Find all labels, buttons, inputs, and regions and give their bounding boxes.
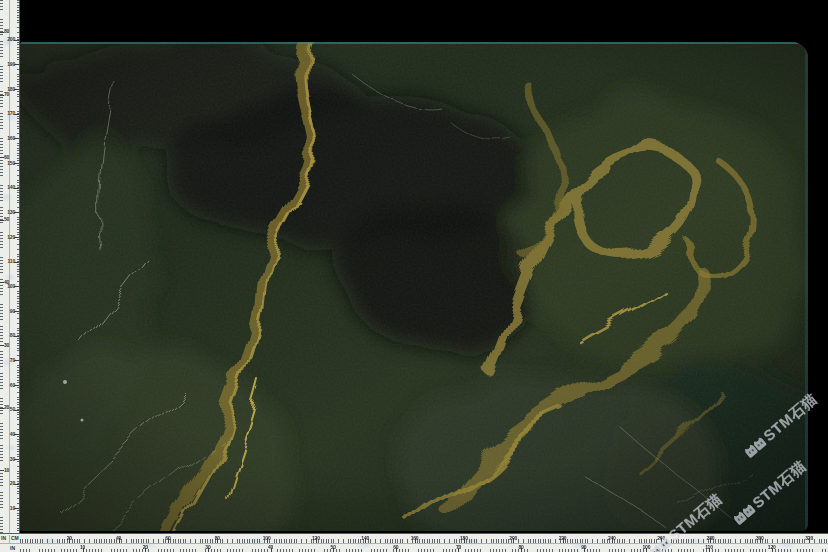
- vertical-ruler-cm-major-tick: [14, 410, 19, 411]
- vertical-ruler-cm-major-tick: [14, 188, 19, 189]
- slab-viewer: 2001901801701601501401301201101009080706…: [0, 0, 828, 552]
- horizontal-ruler-cm-major-tick: [365, 538, 366, 543]
- vertical-ruler-in-major-tick: [0, 282, 4, 283]
- horizontal-ruler-cm-major-tick: [69, 538, 70, 543]
- horizontal-ruler-cm-major-tick: [710, 538, 711, 543]
- vertical-ruler-cm-major-tick: [14, 212, 19, 213]
- vertical-ruler-in-major-tick: [0, 157, 4, 158]
- horizontal-ruler-in-major-tick: [271, 548, 272, 552]
- horizontal-ruler-in-major-tick: [458, 548, 459, 552]
- ruler-corner-units: IN CM: [0, 535, 20, 543]
- horizontal-ruler-in-major-tick: [83, 548, 84, 552]
- vertical-ruler-in-label: 60: [4, 155, 9, 160]
- slab-photo: [20, 42, 808, 531]
- horizontal-ruler-cm-major-tick: [563, 538, 564, 543]
- vertical-ruler-in-label: 70: [4, 92, 9, 97]
- horizontal-ruler-in-major-tick: [709, 548, 710, 552]
- horizontal-ruler-in-major-tick: [772, 548, 773, 552]
- vertical-ruler-cm-major-tick: [14, 64, 19, 65]
- vertical-ruler: 2001901801701601501401301201101009080706…: [0, 0, 20, 533]
- vertical-ruler-cm-major-tick: [14, 484, 19, 485]
- vertical-ruler-cm-major-tick: [14, 40, 19, 41]
- ruler-corner-in: IN: [10, 544, 15, 552]
- slab-texture: [20, 42, 808, 531]
- vertical-ruler-in-label: 80: [4, 29, 9, 34]
- horizontal-ruler-cm-major-tick: [217, 538, 218, 543]
- vertical-ruler-cm-major-tick: [14, 434, 19, 435]
- horizontal-ruler-cm-major-tick: [316, 538, 317, 543]
- vertical-ruler-cm-major-tick: [14, 89, 19, 90]
- horizontal-ruler-in-major-tick: [333, 548, 334, 552]
- horizontal-ruler-cm-major-tick: [267, 538, 268, 543]
- vertical-ruler-in-label: 40: [4, 280, 9, 285]
- vertical-ruler-cm-major-tick: [14, 163, 19, 164]
- vertical-ruler-in-major-tick: [0, 32, 4, 33]
- vertical-ruler-in-major-tick: [0, 408, 4, 409]
- horizontal-ruler-in-major-tick: [521, 548, 522, 552]
- vertical-ruler-in-major-tick: [0, 95, 4, 96]
- vertical-ruler-cm-major-tick: [14, 286, 19, 287]
- corner-divider: [9, 535, 10, 543]
- vertical-ruler-cm-major-tick: [14, 508, 19, 509]
- vertical-ruler-cm-major-tick: [14, 385, 19, 386]
- vertical-ruler-cm-major-tick: [14, 459, 19, 460]
- vertical-ruler-in-label: 50: [4, 217, 9, 222]
- horizontal-ruler-cm-major-tick: [760, 538, 761, 543]
- corner-unit-in: IN: [1, 535, 6, 542]
- vertical-ruler-inch-ticks: [0, 0, 3, 533]
- horizontal-ruler-in-major-tick: [208, 548, 209, 552]
- horizontal-ruler-cm-major-tick: [119, 538, 120, 543]
- horizontal-ruler-cm-major-tick: [464, 538, 465, 543]
- vertical-ruler-in-label: 10: [4, 468, 9, 473]
- vertical-ruler-cm-major-tick: [14, 311, 19, 312]
- vertical-ruler-in-major-tick: [0, 220, 4, 221]
- horizontal-ruler-cm-major-tick: [809, 538, 810, 543]
- vertical-ruler-cm-ticks: [17, 0, 20, 533]
- horizontal-ruler-cm-major-tick: [513, 538, 514, 543]
- horizontal-ruler-in-major-tick: [145, 548, 146, 552]
- vertical-ruler-cm-major-tick: [14, 336, 19, 337]
- vertical-ruler-cm-major-tick: [14, 262, 19, 263]
- corner-unit-cm: CM: [11, 535, 19, 542]
- vertical-ruler-in-major-tick: [0, 345, 4, 346]
- vertical-ruler-in-label: 20: [4, 405, 9, 410]
- horizontal-ruler-in-major-tick: [584, 548, 585, 552]
- horizontal-ruler-cm-major-tick: [612, 538, 613, 543]
- horizontal-ruler-cm-major-tick: [168, 538, 169, 543]
- vertical-ruler-divider: [9, 0, 10, 533]
- vertical-ruler-in-major-tick: [0, 470, 4, 471]
- vertical-ruler-cm-major-tick: [14, 138, 19, 139]
- vertical-ruler-cm-major-tick: [14, 114, 19, 115]
- vertical-ruler-cm-major-tick: [14, 237, 19, 238]
- vertical-ruler-in-label: 30: [4, 343, 9, 348]
- horizontal-ruler-in-major-tick: [646, 548, 647, 552]
- horizontal-ruler: IN CM IN 2040608010012014016018020022024…: [0, 533, 828, 552]
- horizontal-ruler-cm-major-tick: [661, 538, 662, 543]
- horizontal-ruler-in-major-tick: [396, 548, 397, 552]
- horizontal-ruler-cm-major-tick: [415, 538, 416, 543]
- horizontal-ruler-divider: [0, 543, 828, 544]
- vertical-ruler-cm-major-tick: [14, 360, 19, 361]
